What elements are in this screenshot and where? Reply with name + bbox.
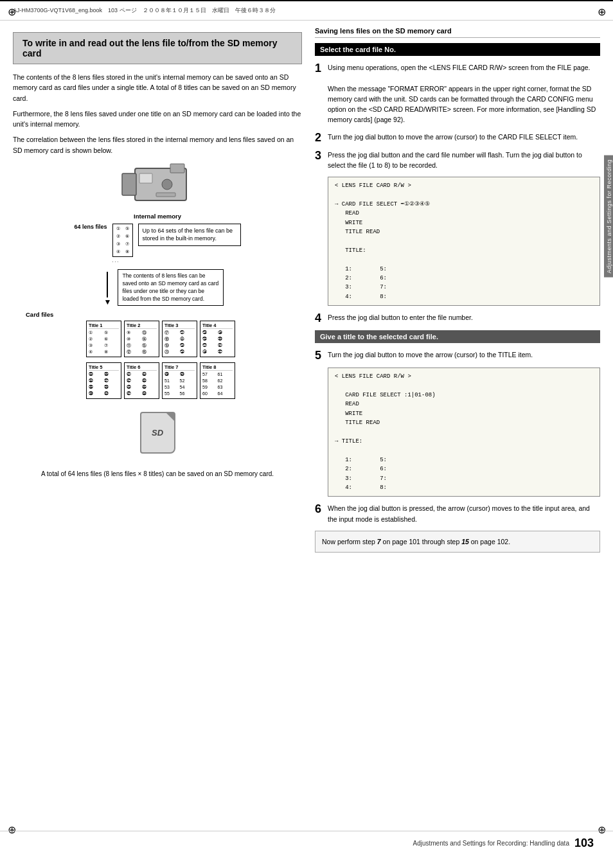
page-number: 103	[574, 837, 594, 850]
arrow-section: ▼ The contents of 8 lens files can be sa…	[104, 269, 224, 309]
title-label-4: Title 4	[202, 323, 233, 329]
step-5-number: 5	[315, 350, 325, 361]
title-6-numbers: ㊶㊹ ㊷㊺ ㊸㊻ ㊼㊽	[127, 371, 157, 397]
title-block-5: Title 5 ㉝㊱ ㉞㊲ ㉟㊳ ㊴㊵	[86, 362, 121, 399]
corner-mark-tr: ⊕	[595, 5, 608, 18]
step-4: 4 Press the jog dial button to enter the…	[315, 312, 600, 324]
lens-files-label: 64 lens files	[74, 224, 107, 230]
intro-text-3: The correlation between the lens files s…	[13, 134, 302, 155]
title-8-numbers: 5761 5862 5963 6064	[202, 371, 233, 397]
lens-note-box: Up to 64 sets of the lens file can be st…	[138, 224, 241, 246]
title-label-3: Title 3	[164, 323, 195, 329]
title-block-7: Title 7 ㊾㊿ 5152 5354 5556	[162, 362, 197, 399]
diagram-area: Internal memory 64 lens files ① ⑤ ② ⑥ ③ …	[13, 162, 302, 479]
page-footer: Adjustments and Settings for Recording: …	[0, 831, 613, 855]
page-title: To write in and read out the lens file t…	[22, 38, 292, 58]
step-4-text: Press the jog dial button to enter the f…	[328, 312, 600, 324]
title-block-8: Title 8 5761 5862 5963 6064	[200, 362, 235, 399]
saving-header: Saving lens files on the SD memory card	[315, 27, 600, 38]
svg-rect-5	[156, 193, 175, 197]
page-container: ⊕ ⊕ ⊕ ⊕ AJ-HM3700G-VQT1V68_eng.book 103 …	[0, 0, 613, 868]
title-label-6: Title 6	[127, 364, 157, 371]
title-block-2: Title 2 ⑨⑬ ⑩⑭ ⑪⑮ ⑫⑯	[124, 321, 159, 357]
screen-mockup-2: < LENS FILE CARD R/W > CARD FILE SELECT …	[328, 368, 600, 497]
step-3-number: 3	[315, 150, 325, 171]
title-7-numbers: ㊾㊿ 5152 5354 5556	[164, 371, 195, 397]
step-2-text: Turn the jog dial button to move the arr…	[328, 132, 600, 143]
title-label-1: Title 1	[89, 323, 119, 329]
svg-rect-1	[122, 173, 136, 195]
step-5: 5 Turn the jog dial button to move the a…	[315, 350, 600, 361]
title-5-numbers: ㉝㊱ ㉞㊲ ㉟㊳ ㊴㊵	[89, 371, 119, 397]
title-4-numbers: ㉕㉙ ㉖㉚ ㉗㉛ ㉘㉜	[202, 330, 233, 355]
svg-rect-2	[170, 164, 184, 173]
step-2: 2 Turn the jog dial button to move the a…	[315, 132, 600, 143]
step-6-text: When the jog dial button is pressed, the…	[328, 503, 600, 524]
svg-point-4	[162, 179, 172, 190]
step-1: 1 Using menu operations, open the <LENS …	[315, 62, 600, 125]
intro-text-2: Furthermore, the 8 lens files saved unde…	[13, 109, 302, 130]
step-1-text: Using menu operations, open the <LENS FI…	[328, 62, 600, 125]
step-2-number: 2	[315, 132, 325, 143]
sd-card-area: SD	[140, 407, 175, 459]
step-1-number: 1	[315, 62, 325, 125]
title-label-8: Title 8	[202, 364, 233, 371]
title-label-7: Title 7	[164, 364, 195, 371]
title-block-1: Title 1 ①⑤ ②⑥ ③⑦ ④⑧	[86, 321, 121, 357]
connecting-note: The contents of 8 lens files can be save…	[118, 269, 224, 306]
main-content: To write in and read out the lens file t…	[0, 21, 613, 559]
header-bar: AJ-HM3700G-VQT1V68_eng.book 103 ページ ２００８…	[0, 0, 613, 21]
give-title-header: Give a title to the selected card file.	[315, 330, 600, 343]
title-label-2: Title 2	[127, 323, 157, 329]
arrow-connector: ▼	[104, 272, 112, 306]
titles-row-2: Title 5 ㉝㊱ ㉞㊲ ㉟㊳ ㊴㊵ Title 6 ㊶㊹ ㊷	[86, 362, 235, 399]
lens-files-grid: ① ⑤ ② ⑥ ③ ⑦ ④ ⑧	[112, 224, 133, 257]
step-6: 6 When the jog dial button is pressed, t…	[315, 503, 600, 524]
lens-note-text: Up to 64 sets of the lens file can be st…	[143, 227, 233, 242]
header-text: AJ-HM3700G-VQT1V68_eng.book 103 ページ ２００８…	[13, 6, 276, 15]
left-column: To write in and read out the lens file t…	[13, 27, 302, 553]
sd-card-icon: SD	[140, 412, 175, 454]
right-column: Adjustments and Settings for Recording S…	[315, 27, 600, 553]
step-6-number: 6	[315, 503, 325, 524]
step-3-text: Press the jog dial button and the card f…	[328, 150, 600, 171]
step-4-number: 4	[315, 312, 325, 324]
info-box: Now perform step 7 on page 101 through s…	[315, 531, 600, 553]
step-5-text: Turn the jog dial button to move the arr…	[328, 350, 600, 361]
step-3: 3 Press the jog dial button and the card…	[315, 150, 600, 171]
titles-row-1: Title 1 ①⑤ ②⑥ ③⑦ ④⑧ Title 2 ⑨⑬ ⑩	[86, 321, 235, 357]
corner-mark-tl: ⊕	[5, 5, 18, 18]
connecting-note-text: The contents of 8 lens files can be save…	[122, 272, 218, 302]
page-title-section: To write in and read out the lens file t…	[13, 32, 302, 64]
intro-text-1: The contents of the 8 lens files stored …	[13, 72, 302, 103]
footer-text: Adjustments and Settings for Recording: …	[413, 840, 569, 847]
title-block-6: Title 6 ㊶㊹ ㊷㊺ ㊸㊻ ㊼㊽	[124, 362, 159, 399]
svg-rect-3	[139, 173, 152, 183]
select-card-header: Select the card file No.	[315, 43, 600, 56]
screen-mockup-1: < LENS FILE CARD R/W > → CARD FILE SELEC…	[328, 177, 600, 306]
card-files-label: Card files	[26, 311, 53, 318]
title-block-3: Title 3 ⑰㉑ ⑱㉒ ⑲㉓ ⑳㉔	[162, 321, 197, 357]
bottom-note: A total of 64 lens files (8 lens files ×…	[41, 469, 274, 479]
camera-diagram	[119, 162, 196, 210]
side-label: Adjustments and Settings for Recording	[604, 155, 613, 278]
title-1-numbers: ①⑤ ②⑥ ③⑦ ④⑧	[89, 330, 119, 355]
title-block-4: Title 4 ㉕㉙ ㉖㉚ ㉗㉛ ㉘㉜	[200, 321, 235, 357]
lens-files-section: 64 lens files ① ⑤ ② ⑥ ③ ⑦ ④ ⑧	[74, 224, 240, 263]
title-3-numbers: ⑰㉑ ⑱㉒ ⑲㉓ ⑳㉔	[164, 330, 195, 355]
title-label-5: Title 5	[89, 364, 119, 371]
title-2-numbers: ⑨⑬ ⑩⑭ ⑪⑮ ⑫⑯	[127, 330, 157, 355]
internal-memory-label: Internal memory	[134, 213, 181, 220]
